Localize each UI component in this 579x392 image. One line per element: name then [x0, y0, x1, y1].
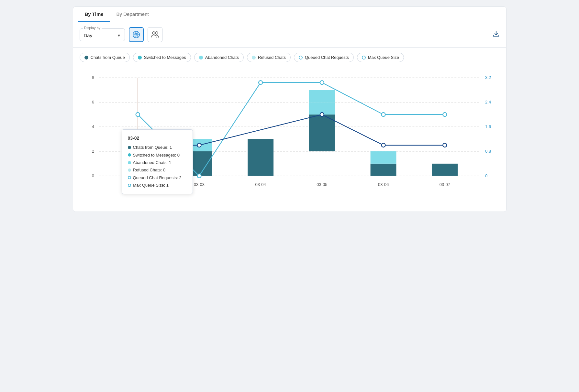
legend-refused-chats[interactable]: Refused Chats: [247, 53, 291, 62]
line-queued-chat-requests: [138, 82, 445, 176]
legend-max-queue-size[interactable]: Max Queue Size: [357, 53, 404, 62]
x-label-0306: 03-06: [378, 182, 388, 187]
toolbar: Display by Day Hour Week Month ▼: [73, 22, 506, 48]
svg-text:4: 4: [92, 124, 94, 129]
main-container: By Time By Department Display by Day Hou…: [73, 6, 507, 212]
display-by-select[interactable]: Day Hour Week Month: [80, 28, 125, 41]
svg-text:0.8: 0.8: [485, 149, 491, 154]
download-button[interactable]: [493, 30, 500, 39]
svg-text:6: 6: [92, 100, 94, 104]
svg-text:2: 2: [92, 149, 94, 154]
point-queued-0303: [197, 174, 201, 178]
legend-chats-from-queue[interactable]: Chats from Queue: [80, 53, 130, 62]
point-max-0305: [320, 113, 324, 116]
download-icon: [493, 30, 500, 37]
point-max-0307: [443, 143, 447, 147]
point-queued-0302: [136, 113, 139, 116]
people-icon-button[interactable]: [148, 27, 162, 42]
point-queued-0306: [381, 113, 385, 116]
legend-dot-queued-chat-requests: [299, 56, 303, 60]
legend-label-abandoned-chats: Abandoned Chats: [205, 55, 239, 60]
legend-abandoned-chats[interactable]: Abandoned Chats: [194, 53, 244, 62]
bar-abandoned-0302: [125, 151, 150, 164]
legend-dot-switched-to-messages: [138, 56, 142, 60]
svg-point-4: [152, 32, 155, 34]
svg-point-5: [155, 32, 158, 34]
legend-dot-refused-chats: [252, 56, 256, 60]
svg-point-3: [133, 31, 139, 38]
svg-text:2.4: 2.4: [485, 100, 491, 104]
point-queued-0307: [443, 113, 447, 116]
globe-icon: [132, 31, 140, 38]
legend-queued-chat-requests[interactable]: Queued Chat Requests: [294, 53, 354, 62]
x-label-0303: 03-03: [194, 182, 204, 187]
legend-area: Chats from Queue Switched to Messages Ab…: [73, 48, 506, 65]
svg-text:0: 0: [92, 173, 94, 178]
bar-abandoned-0305-2: [309, 90, 335, 102]
svg-text:3.2: 3.2: [485, 75, 491, 80]
display-by-label: Display by: [83, 26, 102, 30]
line-max-queue-size: [138, 114, 445, 145]
legend-label-refused-chats: Refused Chats: [258, 55, 286, 60]
svg-text:1.6: 1.6: [485, 124, 491, 129]
bar-queue-0307: [432, 164, 458, 176]
legend-label-switched-to-messages: Switched to Messages: [144, 55, 186, 60]
x-label-0304: 03-04: [255, 182, 266, 187]
bar-queue-0306: [370, 164, 396, 176]
legend-label-max-queue-size: Max Queue Size: [368, 55, 399, 60]
x-label-0307: 03-07: [439, 182, 450, 187]
point-max-0302: [136, 143, 139, 147]
legend-dot-max-queue-size: [362, 56, 366, 60]
svg-text:8: 8: [92, 75, 94, 80]
bar-queue-0305: [309, 114, 335, 151]
bar-abandoned-0306: [370, 151, 396, 164]
chart-container: 8 6 4 2 0 3.2 2.4 1.6 0.8 0: [73, 65, 506, 212]
legend-switched-to-messages[interactable]: Switched to Messages: [133, 53, 191, 62]
tab-by-time[interactable]: By Time: [78, 7, 110, 22]
point-queued-0304: [259, 81, 262, 84]
bar-queue-0302: [125, 164, 150, 176]
point-max-0306: [381, 143, 385, 147]
point-queued-0305: [320, 81, 324, 84]
x-label-0305: 03-05: [317, 182, 327, 187]
people-icon: [151, 31, 159, 38]
svg-text:0: 0: [485, 173, 487, 178]
chart-svg: 8 6 4 2 0 3.2 2.4 1.6 0.8 0: [80, 68, 500, 204]
globe-icon-button[interactable]: [129, 27, 144, 42]
legend-dot-chats-from-queue: [84, 56, 88, 60]
tabs-bar: By Time By Department: [73, 7, 506, 22]
display-by-wrapper: Display by Day Hour Week Month ▼: [80, 28, 125, 41]
legend-label-chats-from-queue: Chats from Queue: [91, 55, 125, 60]
legend-dot-abandoned-chats: [199, 56, 203, 60]
x-label-0302: 03-02: [132, 182, 143, 187]
tab-by-department[interactable]: By Department: [110, 7, 155, 22]
point-max-0303: [197, 143, 201, 147]
legend-label-queued-chat-requests: Queued Chat Requests: [305, 55, 349, 60]
bar-queue-0303: [186, 151, 212, 176]
bar-queue-0304: [248, 139, 273, 176]
